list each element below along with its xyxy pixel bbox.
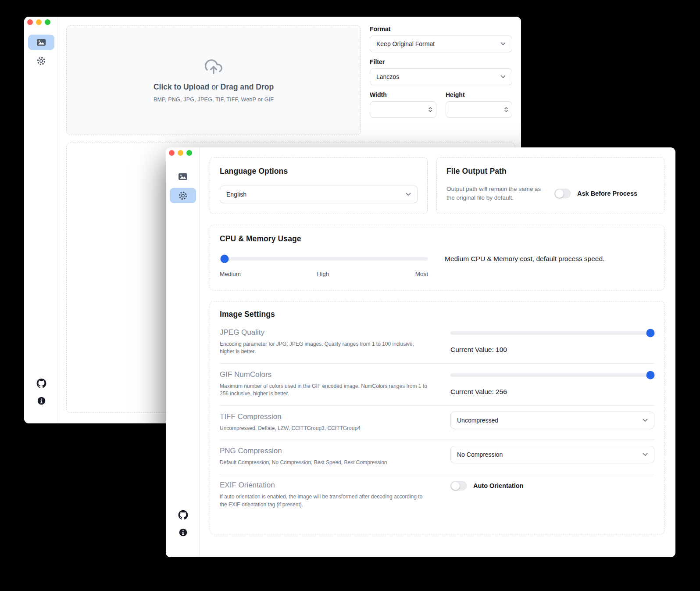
toggle-knob xyxy=(451,482,460,490)
format-label: Format xyxy=(370,25,512,32)
cpu-status-text: Medium CPU & Memory cost, default proces… xyxy=(445,255,604,263)
gif-numcolors-slider[interactable] xyxy=(450,373,654,377)
height-stepper[interactable] xyxy=(446,101,512,118)
exif-orientation-row: EXIF Orientation If auto orientation is … xyxy=(220,474,654,516)
output-path-description: Output path will remain the same as the … xyxy=(446,185,545,203)
format-select-value: Keep Original Format xyxy=(376,40,435,47)
info-icon xyxy=(37,396,46,405)
window-controls xyxy=(169,150,192,156)
width-label: Width xyxy=(370,91,436,98)
close-button[interactable] xyxy=(169,150,175,156)
sidebar-item-images[interactable] xyxy=(170,169,196,184)
auto-orientation-toggle[interactable] xyxy=(450,481,467,491)
upload-dropzone[interactable]: Click to Upload or Drag and Drop BMP, PN… xyxy=(66,25,361,135)
jpeg-quality-slider[interactable] xyxy=(450,331,654,335)
jpeg-quality-current-value: Current Value: 100 xyxy=(450,346,654,354)
upload-title: Click to Upload or Drag and Drop xyxy=(154,82,274,92)
sidebar-item-images[interactable] xyxy=(28,35,54,50)
height-input[interactable] xyxy=(451,106,504,113)
upload-supported-formats: BMP, PNG, JPG, JPEG, TIF, TIFF, WebP or … xyxy=(154,97,274,103)
png-compression-row: PNG Compression Default Compression, No … xyxy=(220,440,654,474)
cpu-memory-title: CPU & Memory Usage xyxy=(220,234,654,244)
gear-icon xyxy=(36,56,46,66)
tick-most: Most xyxy=(415,271,428,277)
exif-orientation-title: EXIF Orientation xyxy=(220,481,429,490)
github-icon xyxy=(36,378,46,388)
sidebar-item-settings[interactable] xyxy=(28,53,54,68)
desktop-background: Click to Upload or Drag and Drop BMP, PN… xyxy=(0,0,700,591)
image-settings-title: Image Settings xyxy=(220,310,654,319)
window-controls xyxy=(27,19,50,25)
jpeg-quality-description: Encoding parameter for JPG, JPEG images.… xyxy=(220,340,429,356)
chevron-down-icon xyxy=(406,193,411,196)
info-icon xyxy=(179,528,188,537)
about-button[interactable] xyxy=(178,527,188,537)
jpeg-quality-title: JPEG Quality xyxy=(220,328,429,337)
zoom-button[interactable] xyxy=(186,150,192,156)
filter-select[interactable]: Lanczos xyxy=(370,68,512,85)
language-options-section: Language Options English xyxy=(210,157,428,214)
image-icon xyxy=(178,172,188,181)
filter-select-value: Lanczos xyxy=(376,73,399,80)
png-compression-title: PNG Compression xyxy=(220,447,429,455)
github-link[interactable] xyxy=(36,378,46,388)
chevron-down-icon xyxy=(643,453,648,456)
format-panel: Format Keep Original Format Filter Lancz… xyxy=(370,25,512,118)
gif-numcolors-current-value: Current Value: 256 xyxy=(450,388,654,396)
tiff-compression-title: TIFF Compression xyxy=(220,412,429,421)
language-select-value: English xyxy=(226,191,246,198)
minimize-button[interactable] xyxy=(36,19,42,25)
cpu-memory-slider[interactable] xyxy=(220,257,428,261)
stepper-arrows-icon[interactable] xyxy=(429,107,432,112)
tiff-compression-select[interactable]: Uncompressed xyxy=(450,412,654,429)
sidebar xyxy=(24,17,58,423)
width-input[interactable] xyxy=(375,106,429,113)
file-output-path-section: File Output Path Output path will remain… xyxy=(436,157,664,214)
png-compression-select[interactable]: No Compression xyxy=(450,446,654,463)
chevron-down-icon xyxy=(643,419,648,422)
file-output-path-title: File Output Path xyxy=(446,167,654,176)
gear-icon xyxy=(178,191,188,201)
chevron-down-icon xyxy=(500,42,506,46)
ask-before-process-label: Ask Before Process xyxy=(577,190,637,197)
zoom-button[interactable] xyxy=(45,19,50,25)
height-label: Height xyxy=(446,91,512,98)
exif-orientation-description: If auto orientation is enabled, the imag… xyxy=(220,493,429,509)
close-button[interactable] xyxy=(27,19,33,25)
cpu-memory-section: CPU & Memory Usage Medium High Most Medi… xyxy=(210,225,664,290)
format-select[interactable]: Keep Original Format xyxy=(370,36,512,52)
upload-cloud-icon xyxy=(203,58,224,75)
settings-window: Language Options English File Output Pat… xyxy=(166,147,675,557)
tiff-compression-value: Uncompressed xyxy=(457,417,498,424)
png-compression-description: Default Compression, No Compression, Bes… xyxy=(220,459,429,466)
gif-numcolors-description: Maximum number of colors used in the GIF… xyxy=(220,383,429,398)
gif-numcolors-row: GIF NumColors Maximum number of colors u… xyxy=(220,363,654,405)
png-compression-value: No Compression xyxy=(457,451,503,458)
image-settings-section: Image Settings JPEG Quality Encoding par… xyxy=(210,301,664,534)
tiff-compression-row: TIFF Compression Uncompressed, Deflate, … xyxy=(220,405,654,440)
slider-thumb[interactable] xyxy=(646,329,655,337)
image-icon xyxy=(36,38,46,47)
toggle-knob xyxy=(555,190,564,198)
tick-high: High xyxy=(317,271,329,277)
slider-thumb[interactable] xyxy=(646,371,655,379)
minimize-button[interactable] xyxy=(178,150,183,156)
cpu-slider-ticks: Medium High Most xyxy=(220,271,428,277)
sidebar xyxy=(166,147,200,557)
language-select[interactable]: English xyxy=(220,186,418,203)
stepper-arrows-icon[interactable] xyxy=(504,107,508,112)
language-options-title: Language Options xyxy=(220,167,418,176)
filter-label: Filter xyxy=(370,58,512,65)
about-button[interactable] xyxy=(36,395,46,406)
gif-numcolors-title: GIF NumColors xyxy=(220,370,429,379)
slider-thumb[interactable] xyxy=(221,255,229,263)
width-stepper[interactable] xyxy=(370,101,436,118)
auto-orientation-label: Auto Orientation xyxy=(473,482,523,489)
tiff-compression-description: Uncompressed, Deflate, LZW, CCITTGroup3,… xyxy=(220,425,429,432)
github-link[interactable] xyxy=(178,509,188,520)
tick-medium: Medium xyxy=(220,271,241,277)
sidebar-item-settings[interactable] xyxy=(170,188,196,203)
ask-before-process-toggle[interactable] xyxy=(554,189,571,198)
chevron-down-icon xyxy=(500,75,506,79)
jpeg-quality-row: JPEG Quality Encoding parameter for JPG,… xyxy=(220,322,654,363)
